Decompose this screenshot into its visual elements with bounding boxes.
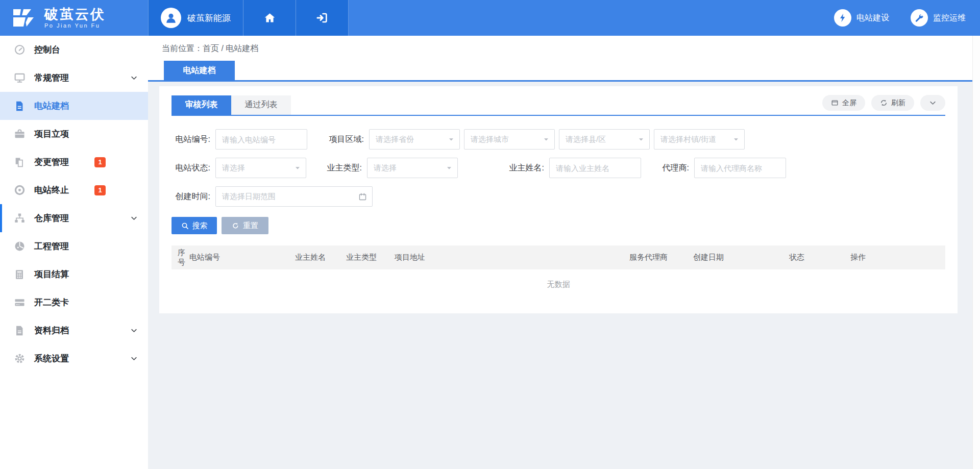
col-status: 状态 bbox=[789, 253, 850, 262]
sidebar-item-warehouse-mgmt[interactable]: 仓库管理 bbox=[0, 204, 148, 232]
dashboard-icon bbox=[13, 44, 26, 56]
nav-monitor-ops-label: 监控运维 bbox=[933, 13, 966, 23]
calculator-icon bbox=[13, 268, 26, 281]
province-select[interactable]: 请选择省份 bbox=[369, 129, 460, 150]
archive-file-icon bbox=[13, 325, 26, 337]
tab-passed-list[interactable]: 通过列表 bbox=[231, 95, 291, 115]
agent-label: 代理商: bbox=[658, 163, 689, 174]
file-icon bbox=[13, 100, 26, 112]
owner-type-label: 业主类型: bbox=[323, 163, 362, 174]
main-area: 当前位置：首页 / 电站建档 电站建档 审核列表 通过列表 bbox=[148, 36, 980, 469]
station-no-label: 电站编号: bbox=[172, 134, 210, 145]
refresh-button[interactable]: 刷新 bbox=[871, 95, 914, 111]
logout-icon bbox=[315, 11, 329, 24]
col-owner-type: 业主类型 bbox=[346, 253, 395, 262]
nav-station-build[interactable]: 电站建设 bbox=[834, 9, 889, 27]
sidebar-item-station-terminate[interactable]: 电站终止 1 bbox=[0, 176, 148, 204]
station-status-select[interactable]: 请选择 bbox=[215, 158, 306, 178]
station-status-label: 电站状态: bbox=[172, 163, 210, 174]
logout-button[interactable] bbox=[296, 0, 349, 36]
owner-type-select[interactable]: 请选择 bbox=[367, 158, 458, 178]
chevron-down-icon bbox=[130, 214, 138, 222]
col-address: 项目地址 bbox=[395, 253, 629, 262]
table-header: 序号 电站编号 业主姓名 业主类型 项目地址 服务代理商 创建日期 状态 操作 bbox=[172, 245, 945, 269]
sidebar: 控制台 常规管理 电站建档 项 bbox=[0, 36, 148, 469]
nav-station-build-label: 电站建设 bbox=[856, 13, 889, 23]
chevron-down-icon bbox=[130, 327, 138, 334]
sidebar-item-general-mgmt[interactable]: 常规管理 bbox=[0, 64, 148, 92]
caret-down-icon bbox=[543, 136, 549, 142]
caret-down-icon bbox=[446, 165, 452, 171]
change-mgmt-badge: 1 bbox=[94, 157, 106, 167]
station-terminate-badge: 1 bbox=[94, 185, 106, 195]
caret-down-icon bbox=[638, 136, 644, 142]
brand-subtitle: Po Jian Yun Fu bbox=[44, 22, 106, 29]
copy-icon bbox=[13, 156, 26, 168]
home-button[interactable] bbox=[243, 0, 296, 36]
sidebar-item-open-card[interactable]: 开二类卡 bbox=[0, 288, 148, 316]
sidebar-item-engineering-mgmt[interactable]: 工程管理 bbox=[0, 232, 148, 260]
reset-icon bbox=[232, 222, 239, 230]
owner-name-input[interactable] bbox=[549, 158, 641, 178]
sidebar-item-console[interactable]: 控制台 bbox=[0, 36, 148, 64]
tab-review-list[interactable]: 审核列表 bbox=[172, 95, 231, 115]
col-created-date: 创建日期 bbox=[693, 253, 789, 262]
chevron-down-icon bbox=[130, 74, 138, 82]
station-no-input[interactable] bbox=[215, 129, 307, 150]
breadcrumb: 当前位置：首页 / 电站建档 bbox=[148, 36, 980, 61]
brand-logo-icon bbox=[13, 8, 38, 28]
caret-down-icon bbox=[295, 165, 301, 171]
station-archive-card: 审核列表 通过列表 全屏 bbox=[159, 86, 958, 313]
lightning-icon bbox=[834, 9, 851, 27]
chevron-down-icon bbox=[929, 99, 937, 107]
brand-name: 破茧云伏 bbox=[44, 7, 106, 21]
briefcase-icon bbox=[13, 128, 26, 140]
town-select[interactable]: 请选择村镇/街道 bbox=[654, 129, 745, 150]
sidebar-item-system-settings[interactable]: 系统设置 bbox=[0, 344, 148, 373]
monitor-icon bbox=[13, 72, 26, 84]
col-actions: 操作 bbox=[850, 253, 945, 262]
top-navbar: 破茧云伏 Po Jian Yun Fu 破茧新能源 bbox=[0, 0, 980, 36]
collapse-button[interactable] bbox=[920, 95, 945, 111]
col-owner-name: 业主姓名 bbox=[295, 253, 346, 262]
sidebar-item-project-init[interactable]: 项目立项 bbox=[0, 120, 148, 148]
sidebar-item-data-archive[interactable]: 资料归档 bbox=[0, 316, 148, 344]
card-icon bbox=[13, 297, 26, 309]
col-index: 序号 bbox=[172, 248, 189, 267]
page-tab-station-archive[interactable]: 电站建档 bbox=[164, 61, 235, 80]
col-station-no: 电站编号 bbox=[189, 253, 295, 262]
search-button[interactable]: 搜索 bbox=[172, 217, 217, 234]
chevron-down-icon bbox=[130, 355, 138, 362]
created-time-label: 创建时间: bbox=[172, 191, 210, 202]
calendar-icon bbox=[358, 192, 367, 201]
home-icon bbox=[263, 12, 276, 24]
fullscreen-button[interactable]: 全屏 bbox=[822, 95, 865, 111]
user-avatar-icon bbox=[161, 8, 181, 28]
county-select[interactable]: 请选择县/区 bbox=[559, 129, 650, 150]
sidebar-item-project-settlement[interactable]: 项目结算 bbox=[0, 260, 148, 288]
filter-form: 电站编号: 项目区域: 请选择省份 请选择城市 bbox=[172, 129, 945, 207]
city-select[interactable]: 请选择城市 bbox=[464, 129, 555, 150]
vertical-scrollbar[interactable] bbox=[972, 36, 980, 469]
user-name: 破茧新能源 bbox=[187, 12, 231, 24]
active-indicator-bar bbox=[0, 204, 2, 232]
region-label: 项目区域: bbox=[325, 134, 364, 145]
brand-logo: 破茧云伏 Po Jian Yun Fu bbox=[0, 0, 148, 36]
sitemap-icon bbox=[13, 212, 26, 225]
col-agent: 服务代理商 bbox=[629, 253, 693, 262]
fullscreen-icon bbox=[831, 99, 839, 107]
refresh-icon bbox=[880, 99, 888, 107]
record-icon bbox=[13, 184, 26, 196]
wrench-icon bbox=[911, 9, 928, 27]
sidebar-item-change-mgmt[interactable]: 变更管理 1 bbox=[0, 148, 148, 176]
sidebar-item-station-archive[interactable]: 电站建档 bbox=[0, 92, 148, 120]
empty-placeholder: 无数据 bbox=[172, 269, 945, 299]
gear-icon bbox=[13, 353, 26, 365]
user-menu[interactable]: 破茧新能源 bbox=[148, 0, 243, 36]
owner-name-label: 业主姓名: bbox=[505, 163, 544, 174]
agent-input[interactable] bbox=[694, 158, 786, 178]
date-range-input[interactable]: 请选择日期范围 bbox=[215, 186, 373, 207]
gauge-icon bbox=[13, 240, 26, 253]
reset-button[interactable]: 重置 bbox=[222, 217, 268, 234]
nav-monitor-ops[interactable]: 监控运维 bbox=[911, 9, 966, 27]
